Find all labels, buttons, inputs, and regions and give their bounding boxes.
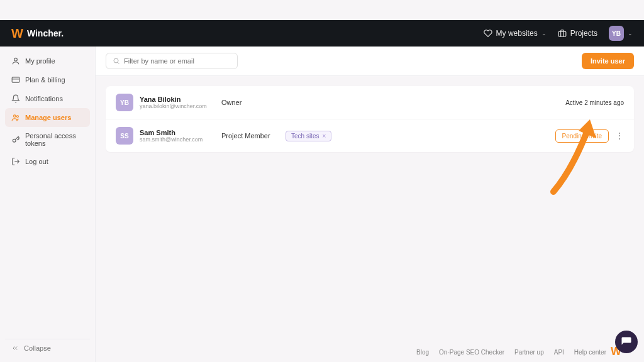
chat-icon xyxy=(621,336,632,348)
svg-point-6 xyxy=(13,139,16,142)
footer-link[interactable]: Help center xyxy=(574,349,606,356)
logo-mark-icon: W xyxy=(11,26,23,41)
svg-point-4 xyxy=(14,115,16,118)
user-row: SS Sam Smith sam.smith@wincher.com Proje… xyxy=(106,119,634,152)
user-role: Owner xyxy=(221,99,278,106)
sidebar-item-billing[interactable]: Plan & billing xyxy=(5,70,90,89)
invite-user-button[interactable]: Invite user xyxy=(582,53,634,69)
svg-line-9 xyxy=(118,62,119,63)
footer-links: Blog On-Page SEO Checker Partner up API … xyxy=(416,349,606,356)
user-email: sam.smith@wincher.com xyxy=(140,136,221,143)
svg-rect-0 xyxy=(558,31,566,36)
brand-name: Wincher. xyxy=(27,28,64,38)
sidebar-item-manage-users[interactable]: Manage users xyxy=(5,108,90,127)
sidebar-item-notifications[interactable]: Notifications xyxy=(5,89,90,108)
user-list: YB Yana Bilokin yana.bilokin@wincher.com… xyxy=(106,86,634,152)
nav-my-websites[interactable]: My websites ⌄ xyxy=(484,29,547,38)
svg-point-8 xyxy=(114,58,118,63)
sidebar-item-profile[interactable]: My profile xyxy=(5,52,90,70)
main-panel: Invite user YB Yana Bilokin yana.bilokin… xyxy=(96,47,644,362)
avatar: YB xyxy=(116,94,133,111)
user-menu[interactable]: YB ⌄ xyxy=(609,26,633,41)
briefcase-icon xyxy=(558,29,567,38)
user-role: Project Member xyxy=(221,132,278,140)
sidebar: My profile Plan & billing Notifications … xyxy=(0,47,96,362)
svg-rect-2 xyxy=(12,77,19,82)
search-input[interactable] xyxy=(124,57,231,65)
user-status: Active 2 minutes ago xyxy=(565,99,624,106)
avatar: YB xyxy=(609,26,624,41)
footer-link[interactable]: Partner up xyxy=(514,349,544,356)
brand-logo[interactable]: W Wincher. xyxy=(11,26,64,41)
pending-invite-button[interactable]: Pending Invite xyxy=(555,129,609,143)
logout-icon xyxy=(11,157,20,166)
user-email: yana.bilokin@wincher.com xyxy=(140,103,221,109)
user-icon xyxy=(11,57,20,65)
svg-point-5 xyxy=(16,116,18,118)
users-icon xyxy=(11,113,20,122)
card-icon xyxy=(11,75,20,84)
sidebar-item-tokens[interactable]: Personal access tokens xyxy=(5,127,90,152)
search-input-wrap[interactable] xyxy=(106,53,238,69)
project-tag[interactable]: Tech sites × xyxy=(286,131,331,141)
footer-link[interactable]: On-Page SEO Checker xyxy=(439,349,504,356)
avatar: SS xyxy=(116,127,133,145)
top-navbar: W Wincher. My websites ⌄ Projects YB ⌄ xyxy=(0,20,644,47)
user-row: YB Yana Bilokin yana.bilokin@wincher.com… xyxy=(106,86,634,119)
svg-point-1 xyxy=(14,58,18,61)
footer-link[interactable]: API xyxy=(554,349,564,356)
user-name: Yana Bilokin xyxy=(140,96,221,103)
chevron-down-icon: ⌄ xyxy=(541,30,547,36)
row-menu-icon[interactable]: ⋮ xyxy=(615,131,624,140)
footer-link[interactable]: Blog xyxy=(416,349,429,356)
collapse-icon xyxy=(11,344,19,352)
nav-projects[interactable]: Projects xyxy=(558,29,597,38)
tag-remove-icon[interactable]: × xyxy=(322,133,326,140)
sidebar-collapse[interactable]: Collapse xyxy=(5,339,90,357)
key-icon xyxy=(11,135,20,144)
chat-widget[interactable] xyxy=(615,331,638,353)
bell-icon xyxy=(11,94,20,103)
toolbar: Invite user xyxy=(96,47,644,76)
user-name: Sam Smith xyxy=(140,129,221,136)
search-icon xyxy=(113,57,120,65)
heart-icon xyxy=(484,29,492,38)
chevron-down-icon: ⌄ xyxy=(628,30,633,36)
sidebar-item-logout[interactable]: Log out xyxy=(5,152,90,171)
